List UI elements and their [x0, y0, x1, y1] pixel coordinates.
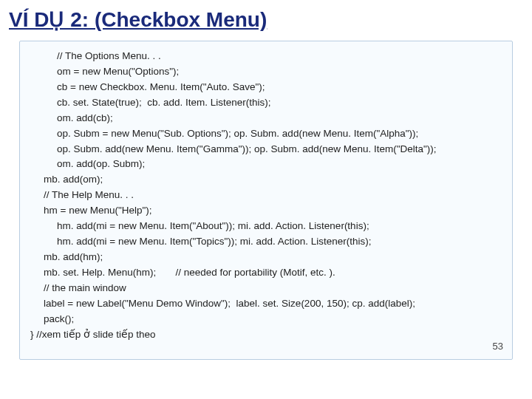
code-block: // The Options Menu. . . om = new Menu("… [19, 41, 513, 360]
code-line: op. Subm. add(new Menu. Item("Gamma")); … [30, 142, 502, 157]
code-line: mb. set. Help. Menu(hm); // needed for p… [30, 265, 502, 281]
code-line: cb. set. State(true); cb. add. Item. Lis… [30, 95, 502, 111]
code-line: // the main window [30, 281, 502, 296]
code-line: om. add(cb); [30, 111, 502, 126]
code-line: om. add(op. Subm); [30, 157, 502, 172]
code-line: // The Help Menu. . . [30, 188, 502, 203]
code-line: op. Subm = new Menu("Sub. Options"); op.… [30, 126, 502, 142]
code-line: mb. add(hm); [30, 250, 502, 265]
code-line: // The Options Menu. . . [30, 49, 502, 64]
code-line: } //xem tiếp ở slide tiếp theo [30, 327, 502, 343]
code-line: hm. add(mi = new Menu. Item("Topics")); … [30, 234, 502, 250]
code-line: label = new Label("Menu Demo Window"); l… [30, 296, 502, 312]
code-line: hm. add(mi = new Menu. Item("About")); m… [30, 219, 502, 234]
slide-title: VÍ DỤ 2: (Checkbox Menu) [0, 0, 532, 36]
code-line: hm = new Menu("Help"); [30, 203, 502, 219]
code-line: pack(); [30, 312, 502, 327]
code-line: mb. add(om); [30, 172, 502, 188]
code-line: cb = new Checkbox. Menu. Item("Auto. Sav… [30, 80, 502, 95]
code-line: om = new Menu("Options"); [30, 64, 502, 80]
page-number: 53 [493, 339, 503, 354]
